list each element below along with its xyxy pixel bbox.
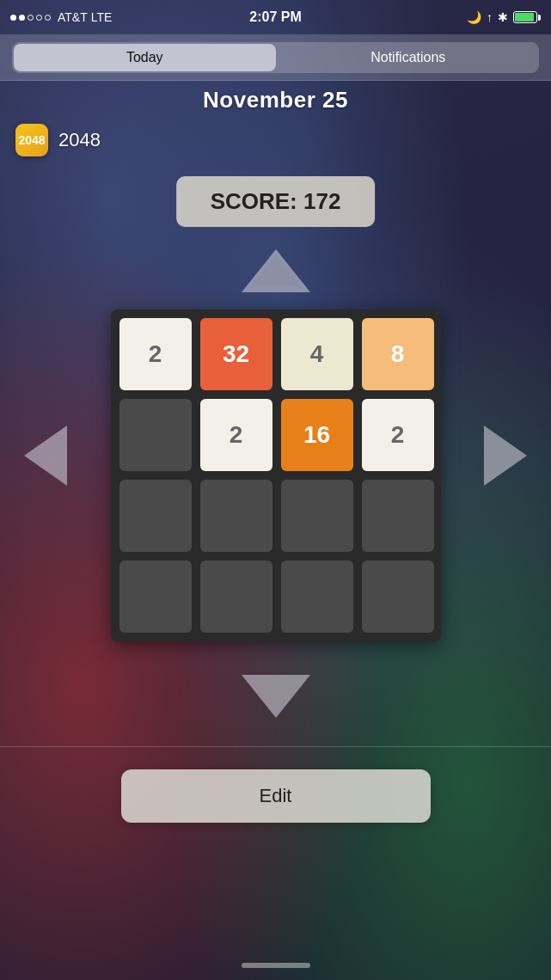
- tile-r1c1: 2: [200, 399, 272, 471]
- score-text: SCORE: 172: [211, 188, 341, 214]
- signal-dot-5: [45, 15, 51, 21]
- carrier-label: AT&T: [58, 10, 88, 24]
- tile-r0c0: 2: [119, 318, 192, 390]
- signal-dots: [10, 15, 51, 21]
- score-box: SCORE: 172: [176, 176, 376, 227]
- separator: [0, 746, 551, 747]
- tile-r3c1: [200, 560, 272, 633]
- tile-r2c0: [119, 480, 192, 552]
- arrow-right-button[interactable]: [484, 426, 527, 486]
- tile-r2c3: [362, 480, 434, 552]
- game-board: 232482162: [111, 309, 441, 641]
- arrow-left-button[interactable]: [24, 426, 67, 486]
- tile-r3c0: [119, 560, 192, 633]
- tile-r3c3: [362, 560, 434, 633]
- app-row: 2048 2048: [0, 119, 551, 162]
- tile-r1c0: [119, 399, 192, 471]
- tab-notifications[interactable]: Notifications: [278, 42, 540, 73]
- tab-today[interactable]: Today: [14, 44, 276, 71]
- arrow-icon: ↑: [487, 10, 493, 24]
- tile-r3c2: [281, 560, 353, 633]
- tile-r0c3: 8: [362, 318, 434, 390]
- app-name: 2048: [58, 129, 101, 151]
- status-time: 2:07 PM: [249, 9, 301, 25]
- tile-r1c3: 2: [362, 399, 434, 471]
- signal-dot-1: [10, 15, 16, 21]
- tile-r1c2: 16: [281, 399, 353, 471]
- tabs-bar: Today Notifications: [0, 34, 551, 81]
- edit-button[interactable]: Edit: [121, 769, 431, 823]
- bluetooth-icon: ✱: [498, 10, 508, 24]
- status-bar: AT&T LTE 2:07 PM 🌙 ↑ ✱: [0, 0, 551, 34]
- battery-body: [513, 11, 537, 23]
- tile-r2c1: [200, 480, 272, 552]
- tab-container: Today Notifications: [12, 42, 539, 73]
- signal-dot-4: [36, 15, 42, 21]
- arrow-up-button[interactable]: [242, 249, 310, 292]
- signal-dot-3: [28, 15, 34, 21]
- status-right: 🌙 ↑ ✱: [467, 10, 541, 24]
- home-indicator: [242, 963, 310, 968]
- status-left: AT&T LTE: [10, 10, 112, 24]
- app-icon: 2048: [15, 124, 48, 156]
- battery-fill: [515, 13, 534, 21]
- tile-r2c2: [281, 480, 353, 552]
- tile-r0c2: 4: [281, 318, 353, 390]
- battery-tip: [538, 15, 541, 21]
- arrow-down-button[interactable]: [242, 675, 310, 718]
- tile-r0c1: 32: [200, 318, 272, 390]
- edit-button-label: Edit: [260, 785, 292, 807]
- moon-icon: 🌙: [467, 10, 481, 24]
- signal-dot-2: [19, 15, 25, 21]
- date-header: November 25: [0, 81, 551, 119]
- network-label: LTE: [91, 10, 113, 24]
- battery-indicator: [513, 11, 541, 23]
- date-text: November 25: [203, 87, 348, 113]
